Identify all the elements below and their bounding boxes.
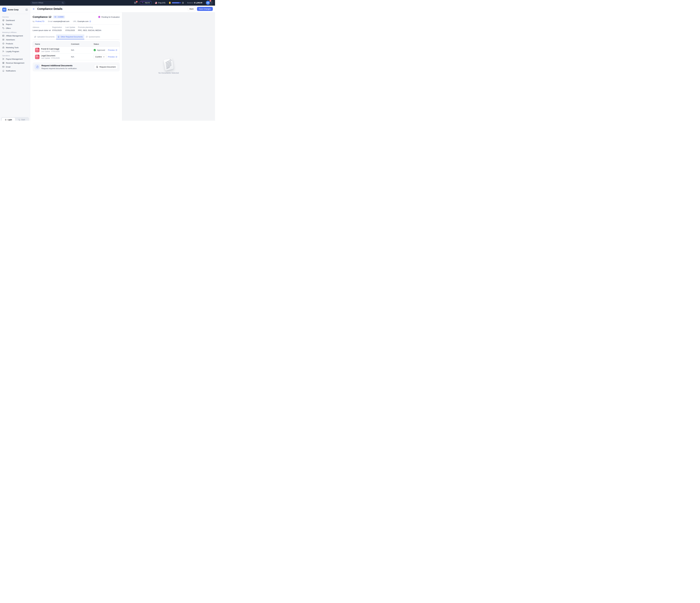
field-label-address: Adresss [33, 26, 52, 29]
email-value: example@mail.com [53, 20, 69, 22]
language-selector[interactable]: Eng (US) [155, 2, 165, 4]
theme-toggle: Light Dark [1, 117, 29, 121]
banknote-icon [2, 62, 4, 64]
column-name: Name [33, 43, 69, 45]
sidebar-item-advertisers[interactable]: Advertisers [0, 38, 30, 42]
sidebar-item-label: Advertisers [6, 39, 15, 41]
report-icon [2, 23, 4, 25]
id-card-icon [2, 34, 4, 37]
document-tabs: Uploaded Documents Other Required Docume… [33, 34, 120, 40]
sidebar-item-payout-management[interactable]: Payout Management [0, 57, 30, 61]
sidebar-item-label: Affiliate Management [6, 35, 23, 37]
sidebar-item-reports[interactable]: Reports [0, 22, 30, 26]
sidebar-item-label: Email [6, 66, 10, 68]
check-circle-icon [94, 49, 96, 51]
tab-label: Quistonnaires [89, 36, 100, 38]
sidebar-item-marketing-tools[interactable]: Marketing Tools [0, 46, 30, 49]
tab-other-required-documents[interactable]: Other Required Documents [56, 34, 84, 39]
sidebar-item-label: Offers [6, 27, 11, 29]
sidebar-item-label: Dashboard [6, 19, 15, 21]
field-label-promote-planning: Promote plannting [78, 26, 120, 29]
status-badge: Pending for Evaluation [98, 16, 120, 18]
tab-questionnaires[interactable]: Quistonnaires [84, 34, 101, 39]
xp-progress-bar [172, 2, 181, 3]
help-icon[interactable] [182, 2, 184, 4]
language-label: Eng (US) [158, 2, 165, 4]
us-flag-icon [155, 2, 157, 4]
status-cell-approved: Approved [91, 49, 108, 51]
divider [167, 1, 167, 4]
company-switcher[interactable]: AC Acme Corp [0, 6, 30, 14]
theme-dark-button[interactable]: Dark [15, 118, 29, 121]
magic-wand-icon [142, 2, 144, 4]
theme-light-label: Light [8, 119, 12, 121]
pdf-file-icon: PDF [35, 55, 40, 59]
table-header: Name Comment Status [33, 42, 120, 47]
field-value-promote-planning: PPC, SEO, SOCIAL MEDIA [78, 29, 120, 31]
field-label-registration: Registration [52, 26, 66, 29]
level-progress [169, 2, 184, 4]
external-link-icon [116, 56, 117, 58]
sidebar-item-loyalty-program[interactable]: Loyalty Program [0, 49, 30, 53]
url-label: URL [73, 20, 77, 22]
table-row: PDF Legal Document Last Update07/01/2025… [33, 53, 120, 60]
balance: Balance $ 1,245.00 [187, 2, 202, 4]
sidebar-item-products[interactable]: Products [0, 42, 30, 46]
sidebar-item-label: Notifications [6, 70, 16, 72]
by-label: by [33, 20, 34, 22]
sidebar-item-email[interactable]: Email [0, 65, 30, 69]
collapse-sidebar-icon[interactable] [25, 8, 28, 11]
table-row: PDF Frond ID Card image Last Update07/01… [33, 47, 120, 53]
sidebar-item-affiliate-management[interactable]: Affiliate Management [0, 34, 30, 38]
back-button[interactable]: Back [188, 7, 196, 11]
external-link-icon[interactable] [89, 21, 91, 22]
sidebar-item-label: Payout Management [6, 58, 23, 60]
sidebar-item-label: Products [6, 43, 13, 45]
ask-ai-button[interactable]: Ask AI [140, 1, 152, 5]
sidebar-item-label: Loyalty Program [6, 50, 19, 52]
compliance-fields: Adresss Registration Last Update Promote… [33, 26, 120, 31]
document-icon [58, 36, 60, 38]
document-icon [96, 66, 98, 68]
confirm-status-dropdown[interactable]: Confirm [93, 55, 106, 59]
request-document-button[interactable]: Request Document [94, 65, 118, 69]
documents-table: Name Comment Status PDF Frond ID [33, 41, 120, 60]
briefcase-icon [2, 46, 4, 49]
field-value-registration: 07/01/2025 [52, 29, 66, 31]
chevron-down-icon [103, 56, 105, 58]
sidebar-item-revenue-management[interactable]: Revenue Management [0, 61, 30, 65]
topbar: 3 Ask AI Eng (US) [0, 0, 215, 6]
copy-docs-icon [34, 36, 36, 38]
compliance-title: Compliance 12 [33, 16, 51, 19]
theme-light-button[interactable]: Light [2, 118, 15, 121]
preview-link[interactable]: Preview [108, 49, 120, 51]
back-arrow-icon[interactable] [32, 7, 35, 10]
section-label-operations: Operations [0, 53, 30, 57]
field-value-last-update: 07/01/2025 [66, 29, 78, 31]
sidebar-item-dashboard[interactable]: Dashboard [0, 18, 30, 22]
sidebar: AC Acme Corp Overview Dashboard Reports … [0, 6, 30, 121]
save-changes-button[interactable]: Save Changes [197, 7, 213, 11]
envelope-icon [2, 66, 4, 68]
sidebar-item-notifications[interactable]: Notifications [0, 69, 30, 73]
messages-badge: 3 [136, 1, 138, 3]
cube-icon [2, 19, 4, 21]
sidebar-item-offers[interactable]: Offers [0, 26, 30, 30]
search-input[interactable] [32, 2, 62, 4]
sidebar-item-label: Marketing Tools [6, 47, 19, 49]
compliance-id-badge: ID : 219394 [53, 16, 65, 19]
balance-value: $ 1,245.00 [194, 2, 202, 4]
tab-uploaded-documents[interactable]: Uploaded Documents [33, 34, 56, 39]
user-menu[interactable]: OR 12 [205, 0, 213, 5]
tab-label: Other Required Documents [60, 36, 83, 38]
medal-icon [169, 2, 171, 4]
theme-dark-label: Dark [21, 119, 25, 121]
search-box[interactable] [30, 1, 65, 5]
avatar: OR [206, 1, 210, 5]
preview-link[interactable]: Preview [108, 56, 120, 58]
messages-button[interactable]: 3 [134, 2, 136, 4]
affiliate-link[interactable]: ProlineLTD [35, 20, 44, 22]
document-question-icon [34, 64, 40, 70]
comment-cell: N/A [69, 56, 91, 58]
balance-label: Balance [187, 2, 193, 4]
